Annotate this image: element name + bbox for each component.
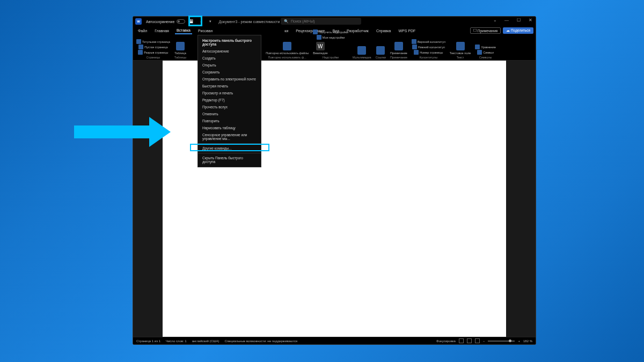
share-button[interactable]: ☁ Поделиться xyxy=(503,27,533,34)
search-box[interactable]: 🔍 Поиск (Alt+Ы) xyxy=(281,18,361,25)
group-comments: Примечание Примечания xyxy=(390,36,407,59)
dropdown-header: Настроить панель быстрого доступа xyxy=(198,37,261,48)
header-button[interactable]: Верхний колонтитул xyxy=(412,39,445,44)
group-pages: Титульная страница Пустая страница Разры… xyxy=(136,36,170,59)
dropdown-separator-2 xyxy=(198,153,261,153)
group-addins: Получить надстройки Мои надстройки WВики… xyxy=(313,36,348,59)
dd-item-editor[interactable]: Редактор (F7) xyxy=(198,97,261,104)
focus-mode-button[interactable]: Фокусировка xyxy=(436,339,456,343)
zoom-slider[interactable] xyxy=(488,341,515,342)
tab-draw[interactable]: Рисован xyxy=(196,28,214,34)
group-reuse: Повторно использовать файлы Повторно исп… xyxy=(266,36,309,59)
ribbon: Титульная страница Пустая страница Разры… xyxy=(133,35,536,61)
blank-page-button[interactable]: Пустая страница xyxy=(138,45,167,49)
status-lang[interactable]: английский (США) xyxy=(192,339,219,343)
document-area[interactable] xyxy=(133,61,536,337)
minimize-button[interactable]: — xyxy=(503,18,510,23)
word-app-icon: W xyxy=(135,18,142,25)
tab-home[interactable]: Главная xyxy=(153,28,171,34)
equation-button[interactable]: Уравнение xyxy=(475,45,496,49)
search-icon: 🔍 xyxy=(284,19,289,24)
textbox-button[interactable]: Текстовое поле xyxy=(450,42,471,55)
tab-insert[interactable]: Вставка xyxy=(175,27,192,34)
dd-item-drawtable[interactable]: Нарисовать таблицу xyxy=(198,124,261,131)
zoom-out-button[interactable]: − xyxy=(483,339,485,343)
links-button[interactable] xyxy=(376,46,385,55)
dd-item-autosave[interactable]: Автосохранение xyxy=(198,48,261,55)
status-accessibility[interactable]: Специальные возможности: не поддерживают… xyxy=(224,339,297,343)
page-number-button[interactable]: Номер страницы xyxy=(414,50,443,55)
zoom-level[interactable]: 182 % xyxy=(523,339,532,343)
word-window: W Автосохранение 💾 ▫ ▾ Документ3 - режим… xyxy=(133,16,536,345)
autosave-toggle[interactable] xyxy=(177,19,185,24)
dd-item-new[interactable]: Создать xyxy=(198,55,261,62)
dd-item-printpreview[interactable]: Просмотр и печать xyxy=(198,90,261,97)
annotation-arrow-body xyxy=(74,125,149,138)
tab-partial[interactable]: ки xyxy=(283,28,290,34)
statusbar: Страница 1 из 1 Число слов: 1 английский… xyxy=(133,337,536,344)
media-button[interactable] xyxy=(357,46,366,55)
dd-item-readaloud[interactable]: Прочесть вслух xyxy=(198,104,261,110)
tab-developer[interactable]: Разработчик xyxy=(345,28,370,34)
footer-button[interactable]: Нижний колонтитул xyxy=(412,45,445,49)
dd-item-quickprint[interactable]: Быстрая печать xyxy=(198,83,261,90)
dd-item-open[interactable]: Открыть xyxy=(198,62,261,69)
group-media: Мультимедиа xyxy=(353,36,371,59)
dd-item-more-commands[interactable]: Другие команды... xyxy=(198,145,261,152)
dropdown-separator xyxy=(198,143,261,144)
annotation-highlight-qat xyxy=(188,16,202,26)
symbol-button[interactable]: Символ xyxy=(477,50,494,55)
comments-button[interactable]: ☐ Примечания xyxy=(470,27,501,34)
my-addins-button[interactable]: Мои надстройки xyxy=(317,35,345,40)
dd-item-undo[interactable]: Отменить xyxy=(198,110,261,117)
ribbon-options-icon[interactable]: ⌄ xyxy=(492,18,498,23)
maximize-button[interactable]: ☐ xyxy=(515,18,522,23)
table-button[interactable]: Таблица xyxy=(174,42,186,55)
dd-item-touchmouse[interactable]: Сенсорное управление или управление мы..… xyxy=(198,131,261,142)
zoom-in-button[interactable]: + xyxy=(518,339,520,343)
qat-dropdown-button[interactable]: ▾ xyxy=(207,18,214,25)
dd-item-email[interactable]: Отправить по электронной почте xyxy=(198,76,261,83)
comment-button[interactable]: Примечание xyxy=(390,42,407,55)
group-symbols: Уравнение Символ Символы xyxy=(475,36,496,59)
reuse-files-button[interactable]: Повторно использовать файлы xyxy=(266,42,309,55)
group-text: Текстовое поле Текст xyxy=(450,36,471,59)
view-read-button[interactable] xyxy=(459,338,464,343)
dd-item-save[interactable]: Сохранить xyxy=(198,69,261,76)
tab-file[interactable]: Файл xyxy=(136,28,149,34)
search-placeholder: Поиск (Alt+Ы) xyxy=(291,19,314,23)
view-web-button[interactable] xyxy=(475,338,480,343)
wikipedia-button[interactable]: WВикипедия xyxy=(313,42,327,55)
qat-customize-dropdown: Настроить панель быстрого доступа Автосо… xyxy=(197,35,261,167)
tab-wpspdf[interactable]: WPS PDF xyxy=(397,28,417,34)
dd-item-hide-qat[interactable]: Скрыть Панель быстрого доступа xyxy=(198,154,261,165)
annotation-arrow-head xyxy=(149,117,171,147)
dd-item-redo[interactable]: Повторить xyxy=(198,117,261,124)
cover-page-button[interactable]: Титульная страница xyxy=(136,39,170,44)
get-addins-button[interactable]: Получить надстройки xyxy=(313,29,348,34)
page-break-button[interactable]: Разрыв страницы xyxy=(138,50,168,55)
group-tables: Таблица Таблицы xyxy=(174,36,186,59)
status-page[interactable]: Страница 1 из 1 xyxy=(136,339,160,343)
tab-help[interactable]: Справка xyxy=(375,28,392,34)
status-words[interactable]: Число слов: 1 xyxy=(166,339,187,343)
group-links: Ссылки xyxy=(376,36,386,59)
view-print-button[interactable] xyxy=(467,338,472,343)
close-button[interactable]: ✕ xyxy=(527,18,533,23)
group-header-footer: Верхний колонтитул Нижний колонтитул Ном… xyxy=(412,36,445,59)
titlebar: W Автосохранение 💾 ▫ ▾ Документ3 - режим… xyxy=(133,17,536,26)
autosave-label: Автосохранение xyxy=(146,20,174,24)
